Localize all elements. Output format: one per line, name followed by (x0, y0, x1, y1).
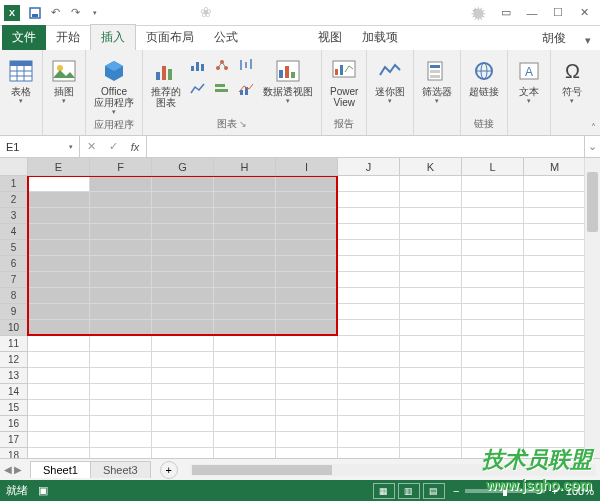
tables-button[interactable]: 表格 ▾ (4, 54, 38, 107)
cell[interactable] (338, 352, 400, 368)
cell[interactable] (214, 432, 276, 448)
cell[interactable] (214, 416, 276, 432)
cell[interactable] (90, 176, 152, 192)
cell[interactable] (400, 384, 462, 400)
cell[interactable] (400, 432, 462, 448)
column-header[interactable]: F (90, 158, 152, 175)
cell[interactable] (276, 176, 338, 192)
cell[interactable] (462, 192, 524, 208)
row-header[interactable]: 7 (0, 272, 28, 288)
cell[interactable] (524, 368, 586, 384)
cell[interactable] (90, 368, 152, 384)
text-button[interactable]: A 文本 ▾ (512, 54, 546, 107)
redo-icon[interactable]: ↷ (66, 4, 84, 22)
cell[interactable] (214, 352, 276, 368)
cell[interactable] (462, 336, 524, 352)
cell[interactable] (28, 400, 90, 416)
cell[interactable] (152, 368, 214, 384)
pivot-chart-button[interactable]: 数据透视图 ▾ (259, 54, 317, 107)
row-header[interactable]: 8 (0, 288, 28, 304)
cell[interactable] (524, 272, 586, 288)
hierarchy-chart-icon[interactable] (211, 54, 233, 76)
tab-pagelayout[interactable]: 页面布局 (136, 25, 204, 50)
office-apps-button[interactable]: Office 应用程序 ▾ (90, 54, 138, 118)
cell[interactable] (462, 368, 524, 384)
column-header[interactable]: G (152, 158, 214, 175)
cell[interactable] (28, 352, 90, 368)
row-header[interactable]: 17 (0, 432, 28, 448)
row-header[interactable]: 6 (0, 256, 28, 272)
qat-customize-icon[interactable]: ▾ (86, 4, 104, 22)
sheet-tab[interactable]: Sheet1 (30, 461, 91, 478)
cell[interactable] (28, 176, 90, 192)
cell[interactable] (400, 176, 462, 192)
cell[interactable] (400, 352, 462, 368)
cell[interactable] (338, 192, 400, 208)
cell[interactable] (276, 192, 338, 208)
cell[interactable] (214, 400, 276, 416)
cell[interactable] (400, 336, 462, 352)
cell[interactable] (214, 288, 276, 304)
cell[interactable] (276, 432, 338, 448)
cell[interactable] (152, 416, 214, 432)
column-header[interactable]: K (400, 158, 462, 175)
cell[interactable] (338, 448, 400, 458)
cell[interactable] (152, 208, 214, 224)
cell[interactable] (90, 208, 152, 224)
cell[interactable] (400, 288, 462, 304)
formula-input[interactable] (147, 136, 584, 157)
row-header[interactable]: 3 (0, 208, 28, 224)
cell[interactable] (524, 224, 586, 240)
cell[interactable] (338, 176, 400, 192)
cell[interactable] (214, 176, 276, 192)
row-header[interactable]: 1 (0, 176, 28, 192)
row-header[interactable]: 2 (0, 192, 28, 208)
cell[interactable] (214, 336, 276, 352)
cell[interactable] (462, 448, 524, 458)
cell[interactable] (400, 320, 462, 336)
cell[interactable] (152, 240, 214, 256)
cell[interactable] (524, 176, 586, 192)
cell[interactable] (90, 224, 152, 240)
cell[interactable] (214, 384, 276, 400)
cell[interactable] (462, 208, 524, 224)
cell[interactable] (152, 400, 214, 416)
cell[interactable] (338, 304, 400, 320)
cell[interactable] (276, 256, 338, 272)
cell[interactable] (90, 192, 152, 208)
row-header[interactable]: 9 (0, 304, 28, 320)
cell[interactable] (28, 320, 90, 336)
cell[interactable] (400, 400, 462, 416)
cell[interactable] (152, 304, 214, 320)
hyperlink-button[interactable]: 超链接 (465, 54, 503, 99)
cell[interactable] (338, 400, 400, 416)
cell[interactable] (152, 176, 214, 192)
filters-button[interactable]: 筛选器 ▾ (418, 54, 456, 107)
macro-record-icon[interactable]: ▣ (38, 484, 48, 497)
add-sheet-button[interactable]: + (160, 461, 178, 479)
cell[interactable] (152, 432, 214, 448)
cell[interactable] (90, 448, 152, 458)
column-header[interactable]: H (214, 158, 276, 175)
zoom-in-icon[interactable]: + (551, 485, 557, 497)
cell[interactable] (462, 304, 524, 320)
expand-fxbar-icon[interactable]: ⌄ (584, 136, 600, 157)
cell[interactable] (400, 224, 462, 240)
cell[interactable] (524, 400, 586, 416)
tab-addins[interactable]: 加载项 (352, 25, 408, 50)
close-icon[interactable]: ✕ (572, 3, 596, 23)
sheet-prev-icon[interactable]: ◀ (4, 464, 12, 475)
zoom-thumb[interactable] (503, 486, 507, 496)
cell[interactable] (152, 192, 214, 208)
cell[interactable] (276, 352, 338, 368)
row-header[interactable]: 4 (0, 224, 28, 240)
line-chart-icon[interactable] (187, 78, 209, 100)
cell[interactable] (338, 240, 400, 256)
cell[interactable] (400, 368, 462, 384)
cell[interactable] (90, 240, 152, 256)
cell[interactable] (152, 448, 214, 458)
cell[interactable] (90, 304, 152, 320)
bar-chart-icon[interactable] (211, 78, 233, 100)
cell[interactable] (214, 368, 276, 384)
powerview-button[interactable]: Power View (326, 54, 362, 110)
